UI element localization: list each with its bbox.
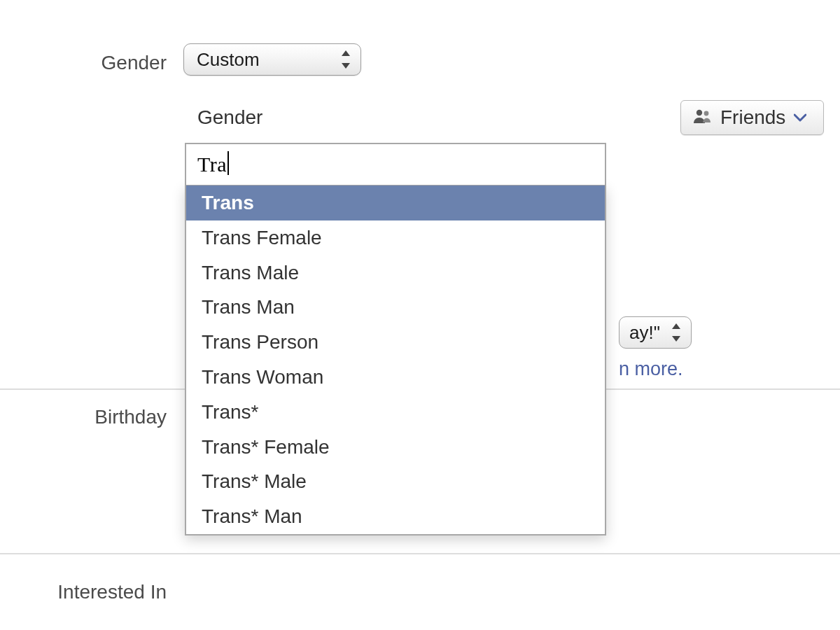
text-caret [227,151,229,175]
suggestion-item[interactable]: Trans* Male [186,464,605,499]
obscured-select[interactable]: ay!" [619,316,692,349]
suggestion-item[interactable]: Trans* [186,395,605,430]
updown-arrows-icon [668,322,684,343]
suggestion-item[interactable]: Trans Man [186,290,605,325]
svg-point-1 [704,111,709,116]
svg-point-0 [696,110,702,115]
obscured-select-fragment: ay!" [629,322,660,343]
learn-more-link-fragment[interactable]: n more. [619,358,683,380]
suggestion-item[interactable]: Trans [186,186,605,220]
interested-in-row-label: Interested In [0,581,167,603]
custom-gender-input-value: Tra [197,153,227,176]
suggestion-item[interactable]: Trans Woman [186,360,605,395]
profile-basics-form: Gender Birthday Interested In Custom Gen… [0,0,840,630]
custom-gender-autocomplete: Tra TransTrans FemaleTrans MaleTrans Man… [185,143,606,536]
suggestion-item[interactable]: Trans Person [186,325,605,360]
suggestion-item[interactable]: Trans* Female [186,430,605,465]
row-separator [0,553,840,554]
suggestion-item[interactable]: Trans Male [186,255,605,290]
suggestion-item[interactable]: Trans Female [186,220,605,255]
friends-icon [692,102,712,134]
dropdown-arrow-icon [794,113,806,122]
updown-arrows-icon [338,49,354,70]
gender-select[interactable]: Custom [183,43,361,76]
gender-row-label: Gender [0,52,167,74]
birthday-row-label: Birthday [0,406,167,428]
audience-selector-label: Friends [720,102,785,134]
gender-select-value: Custom [197,49,260,70]
custom-gender-input[interactable]: Tra [185,143,606,186]
suggestion-item[interactable]: Trans* Man [186,499,605,534]
custom-gender-sublabel: Gender [197,106,262,129]
custom-gender-suggestion-list: TransTrans FemaleTrans MaleTrans ManTran… [185,186,606,536]
audience-selector-button[interactable]: Friends [680,100,824,135]
